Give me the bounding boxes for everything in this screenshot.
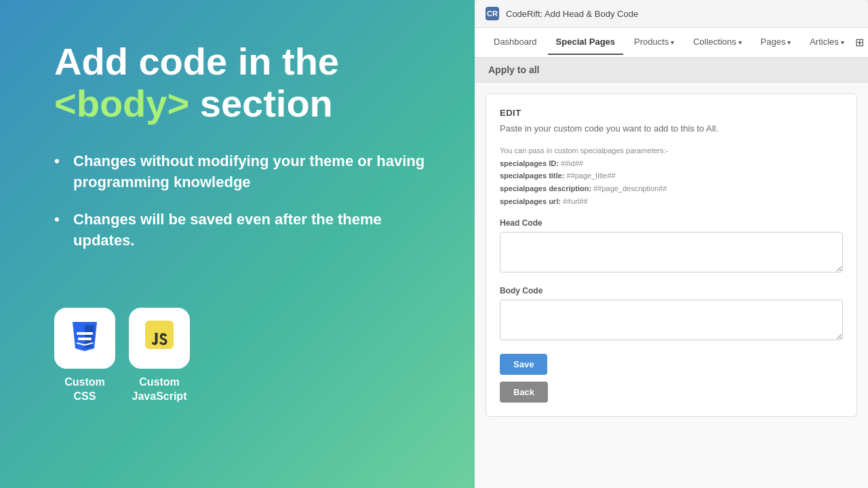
bullet-list: Changes without modifying your theme or … [54,151,434,267]
nav-bar: Dashboard Special Pages Products Collect… [475,28,868,58]
app-title: CodeRift: Add Head & Body Code [506,9,638,19]
css-label: CustomCSS [64,375,105,404]
headline-line3: section [200,82,333,125]
param-val-3: ##page_description## [593,184,667,192]
nav-dashboard[interactable]: Dashboard [486,30,545,55]
css-icon [68,319,102,359]
save-button[interactable]: Save [500,354,547,375]
bullet-item-2: Changes will be saved even after the the… [54,209,434,251]
body-code-label: Body Code [500,286,843,296]
css-icon-box [54,308,115,369]
edit-card: EDIT Paste in your custom code you want … [486,94,857,417]
nav-products[interactable]: Products [626,30,682,55]
svg-rect-6 [145,321,174,349]
js-icon-item: CustomJavaScript [129,308,190,404]
body-code-textarea[interactable] [500,300,843,340]
icon-row: CustomCSS CustomJavaScript [54,308,434,404]
svg-rect-4 [78,338,92,340]
app-window: CR CodeRift: Add Head & Body Code Dashbo… [475,0,868,488]
title-bar: CR CodeRift: Add Head & Body Code [475,0,868,28]
param-val-1: ##id## [561,159,583,167]
section-header: Apply to all [475,58,868,83]
bullet-item-1: Changes without modifying your theme or … [54,151,434,193]
edit-description: Paste in your custom code you want to ad… [500,123,843,134]
js-label: CustomJavaScript [132,375,187,404]
head-code-label: Head Code [500,218,843,228]
svg-rect-3 [77,332,93,335]
back-button[interactable]: Back [500,382,548,403]
left-panel: Add code in the <body> section Changes w… [0,0,475,488]
param-key-4: specialpages url: [500,197,563,205]
params-info: You can pass in custom specialpages para… [500,144,843,207]
param-val-4: ##url## [563,197,588,205]
params-title: You can pass in custom specialpages para… [500,146,668,155]
param-key-1: specialpages ID: [500,159,561,167]
css-icon-item: CustomCSS [54,308,115,404]
headline: Add code in the <body> section [54,41,434,124]
grid-icon[interactable]: ⊞ [855,36,864,49]
param-key-3: specialpages description: [500,184,593,192]
headline-body-tag: <body> [54,82,189,125]
nav-collections[interactable]: Collections [685,30,749,55]
js-icon [142,318,176,359]
param-val-2: ##page_title## [566,171,615,180]
param-key-2: specialpages title: [500,171,566,180]
content-area: Apply to all EDIT Paste in your custom c… [475,58,868,488]
edit-label: EDIT [500,108,843,118]
nav-articles[interactable]: Articles [802,30,852,55]
headline-line1: Add code in the [54,40,339,83]
nav-pages[interactable]: Pages [753,30,800,55]
nav-special-pages[interactable]: Special Pages [548,30,623,55]
app-icon: CR [486,7,499,20]
js-icon-box [129,308,190,369]
right-panel: CR CodeRift: Add Head & Body Code Dashbo… [475,0,868,488]
head-code-textarea[interactable] [500,232,843,272]
